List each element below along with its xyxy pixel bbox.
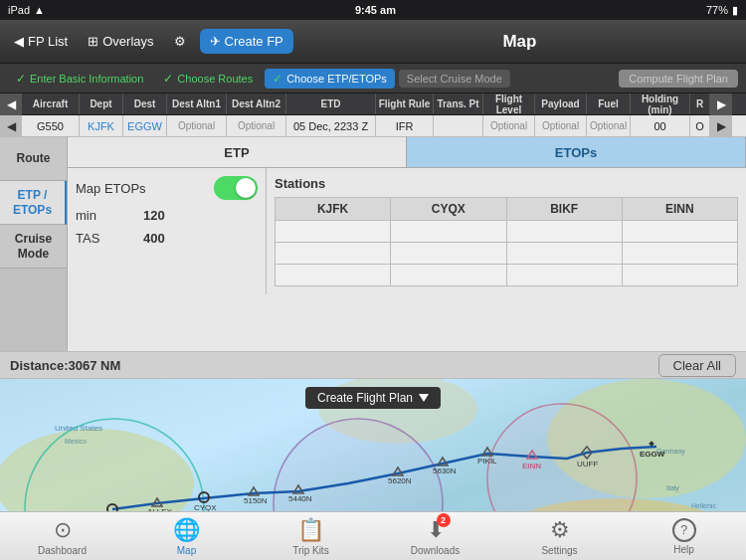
nav-title: Map [301,32,738,52]
station-cell[interactable] [391,243,506,265]
tas-row: TAS 400 [76,231,258,246]
cell-aircraft[interactable]: G550 [22,115,80,136]
station-cell[interactable] [276,265,391,286]
station-row-1 [276,221,738,243]
cell-etd[interactable]: 05 Dec, 2233 Z [286,115,376,136]
data-scroll-right[interactable]: ▶ [710,115,732,137]
cell-dept[interactable]: KJFK [80,115,123,136]
station-cell[interactable] [391,221,506,243]
clear-all-button[interactable]: Clear All [658,354,736,377]
col-header-r: R [690,93,710,114]
svg-text:Hellenic: Hellenic [691,502,716,509]
status-bar-left: iPad ▲ [8,4,45,16]
svg-text:United States: United States [55,424,102,433]
sub-tabs: ETP ETOPs [68,137,746,168]
sidebar-tab-cruise[interactable]: Cruise Mode [0,225,67,269]
station-row-2 [276,243,738,265]
station-cell[interactable] [276,221,391,243]
tab-help[interactable]: ? Help [622,512,746,560]
map-etops-toggle[interactable] [214,176,258,200]
station-cell[interactable] [506,221,622,243]
svg-text:5630N: 5630N [433,467,457,475]
station-cell[interactable] [622,221,737,243]
sub-tab-etops[interactable]: ETOPs [407,137,746,167]
svg-text:5440N: 5440N [288,494,312,503]
stations-panel: Stations KJFK CYQX BIKF EINN [267,168,746,294]
wizard-step-cruise[interactable]: Select Cruise Mode [399,70,510,88]
tab-dashboard-label: Dashboard [38,545,87,556]
settings-button[interactable]: ⚙ [168,30,192,53]
wizard-step-etp[interactable]: ✓ Choose ETP/ETOPs [265,69,395,89]
status-bar-time: 9:45 am [355,4,396,16]
create-fp-icon: ✈ [210,34,221,49]
content-panel: ETP ETOPs Map ETOPs min [68,137,746,351]
station-row-3 [276,265,738,286]
tab-map[interactable]: 🌐 Map [124,512,249,560]
cell-dest-altn2[interactable]: Optional [227,115,286,136]
col-header-holding: Holding (min) [631,93,690,114]
tab-dashboard[interactable]: ⊙ Dashboard [0,512,124,560]
check-icon-1: ✓ [16,72,26,86]
tas-value: 400 [143,231,165,246]
scroll-left-button[interactable]: ◀ [0,93,22,115]
col-header-fuel: Fuel [587,93,631,114]
svg-text:PIKIL: PIKIL [477,457,497,466]
svg-text:5150N: 5150N [244,496,268,505]
tab-settings[interactable]: ⚙ Settings [497,512,622,560]
back-button[interactable]: ◀ FP List [8,30,74,53]
station-cell[interactable] [506,243,622,265]
sub-tab-etp-label: ETP [224,145,249,160]
svg-text:Italy: Italy [666,484,679,492]
data-scroll-left[interactable]: ◀ [0,115,22,137]
wizard-step-basic-info-label: Enter Basic Information [30,73,143,85]
svg-text:EGGW: EGGW [640,450,665,459]
station-cell[interactable] [391,265,506,286]
compute-fp-button[interactable]: Compute Flight Plan [619,70,738,88]
tab-downloads[interactable]: ⬇ 2 Downloads [373,512,497,560]
wizard-step-basic-info[interactable]: ✓ Enter Basic Information [8,69,151,89]
data-row[interactable]: ◀ G550 KJFK EGGW Optional Optional 05 De… [0,115,746,137]
etp-content: Map ETOPs min 120 TAS 400 [68,168,746,294]
map-etops-toggle-container [214,176,258,200]
station-cell[interactable] [506,265,622,286]
svg-text:Mexico: Mexico [65,438,87,445]
cell-holding[interactable]: 00 [631,115,690,136]
create-fp-button[interactable]: ✈ Create FP [200,29,293,54]
status-bar-right: 77% ▮ [706,4,738,17]
station-cell[interactable] [622,243,737,265]
wizard-step-cruise-label: Select Cruise Mode [407,73,502,85]
wizard-step-etp-label: Choose ETP/ETOPs [286,73,387,85]
cell-dest-altn1[interactable]: Optional [167,115,227,136]
sidebar-tab-route-label: Route [17,151,51,165]
tab-trip-kits[interactable]: 📋 Trip Kits [249,512,373,560]
check-icon-3: ✓ [273,72,282,86]
cell-payload[interactable]: Optional [535,115,587,136]
scroll-right-button[interactable]: ▶ [710,93,732,115]
station-cell[interactable] [622,265,737,286]
min-row: min 120 [76,208,258,223]
cell-dest[interactable]: EGGW [123,115,167,136]
sidebar-tab-etp-etops[interactable]: ETP / ETOPs [0,181,67,225]
col-header-dest: Dest [123,93,167,114]
cell-flight-level[interactable]: Optional [483,115,535,136]
dashboard-icon: ⊙ [54,517,72,543]
station-header-bikf: BIKF [506,198,622,221]
create-fp-label: Create FP [225,34,283,49]
create-fp-map-button[interactable]: Create Flight Plan [305,387,441,409]
battery-label: 77% [706,4,728,16]
sub-tab-etp[interactable]: ETP [68,137,407,167]
back-label: FP List [28,34,68,49]
station-cell[interactable] [276,243,391,265]
cell-fuel[interactable]: Optional [587,115,631,136]
col-header-trans: Trans. Pt [434,93,483,114]
station-header-kjfk: KJFK [276,198,391,221]
overlays-icon: ⊞ [88,34,98,49]
tas-label: TAS [76,231,135,246]
cell-trans-pt[interactable] [434,115,483,136]
back-icon: ◀ [14,34,24,49]
cell-r[interactable]: O [690,115,710,136]
wizard-step-routes[interactable]: ✓ Choose Routes [155,69,261,89]
overlays-button[interactable]: ⊞ Overlays [82,30,159,53]
cell-flight-rule[interactable]: IFR [376,115,434,136]
sidebar-tab-route[interactable]: Route [0,137,67,181]
